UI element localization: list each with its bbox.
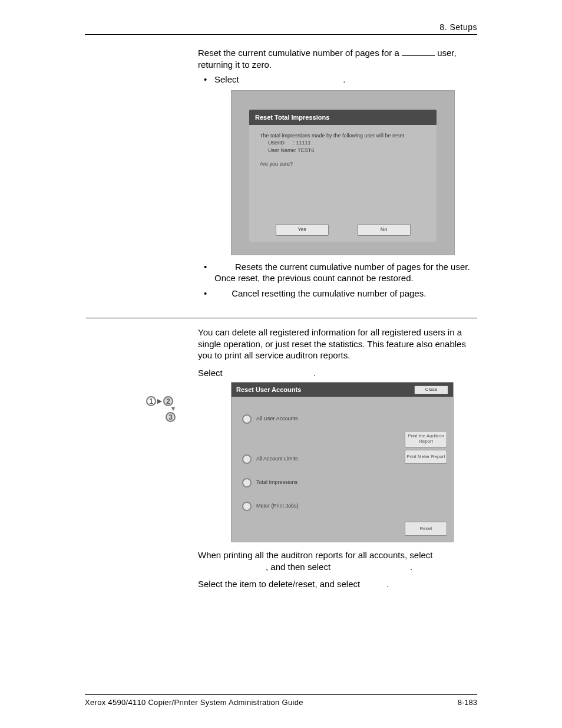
yes-button[interactable]: Yes	[276, 224, 329, 236]
section-heading-reset-user-accounts: Reset User Accounts	[85, 325, 173, 335]
label-username: User Name: TEST6	[260, 147, 426, 154]
triangle-down-icon: ▼	[146, 406, 179, 411]
option-meter-print-jobs[interactable]: Meter (Print Jobs)	[242, 502, 299, 511]
print-meter-report-button[interactable]: Print Meter Report	[405, 450, 447, 464]
dialog-title: Reset Total Impressions	[249, 110, 437, 125]
text: Reset the current cumulative number of p…	[198, 48, 402, 58]
option-label: All Account Limits	[256, 456, 298, 463]
text: , and then select	[266, 562, 333, 572]
dialog-confirm-text: Are you sure?	[260, 160, 426, 168]
text: .	[343, 74, 345, 84]
step-indicator-icon: 1▸2 ▼ 3	[146, 396, 179, 422]
option-total-impressions[interactable]: Total Impressions	[242, 478, 297, 487]
text: .	[386, 579, 389, 589]
radio-icon	[242, 502, 252, 511]
dialog-reset-user-accounts: Reset User Accounts Close All User Accou…	[231, 382, 454, 542]
no-button[interactable]: No	[358, 224, 411, 236]
text: When printing all the auditron reports f…	[198, 550, 435, 560]
footer-rule	[85, 694, 477, 695]
text: .	[313, 368, 316, 378]
print-reports-paragraph: When printing all the auditron reports f…	[198, 549, 477, 572]
option-label: Total Impressions	[256, 479, 297, 486]
text: .	[410, 562, 412, 572]
text: Resets the current cumulative number of …	[214, 262, 470, 284]
blank-field	[402, 55, 435, 56]
bold-hidden: Yes:	[214, 262, 235, 272]
dialog-title: Reset User Accounts	[236, 386, 301, 394]
footer-page-number: 8-183	[458, 698, 477, 707]
bullet-yes-explain: Yes: Resets the current cumulative numbe…	[198, 261, 477, 284]
radio-icon	[242, 478, 252, 487]
bold-hidden: Reset User Accounts	[225, 368, 313, 378]
label-userid: UserID	[268, 140, 285, 146]
option-label: All User Accounts	[256, 416, 298, 423]
bold-hidden: Print Meter Report	[333, 562, 410, 572]
text: Select	[198, 368, 225, 378]
radio-icon	[242, 414, 252, 424]
dialog-text: The total impressions made by the follow…	[260, 132, 426, 140]
text: Select the item to delete/reset, and sel…	[198, 579, 362, 589]
dialog-reset-total-impressions: Reset Total Impressions The total impres…	[231, 90, 455, 255]
header-rule	[85, 34, 477, 35]
section-divider	[86, 318, 477, 318]
bold-hidden: Reset Total Impressions	[242, 74, 343, 84]
option-label: Meter (Print Jobs)	[256, 503, 299, 510]
print-auditron-report-button[interactable]: Print the Auditron Report	[405, 431, 447, 447]
value-userid: : 11111	[286, 140, 311, 146]
text: Cancel resetting the cumulative number o…	[232, 288, 426, 298]
step-1-circle: 1	[146, 396, 156, 406]
triangle-right-icon: ▸	[157, 396, 162, 406]
reset-user-accounts-intro: You can delete all registered informatio…	[198, 327, 477, 361]
page-header-section: 8. Setups	[439, 22, 477, 32]
footer-doc-title: Xerox 4590/4110 Copier/Printer System Ad…	[85, 698, 303, 707]
option-all-account-limits[interactable]: All Account Limits	[242, 454, 298, 464]
select-item-paragraph: Select the item to delete/reset, and sel…	[198, 578, 477, 590]
step-select-line: Select Reset User Accounts.	[198, 367, 477, 379]
option-all-user-accounts[interactable]: All User Accounts	[242, 414, 298, 424]
step-3-circle: 3	[166, 412, 176, 422]
bold-hidden: No:	[214, 288, 232, 298]
bullet-select-reset-total: Select Reset Total Impressions.	[198, 74, 477, 85]
bullet-no-explain: No: Cancel resetting the cumulative numb…	[198, 288, 477, 299]
bold-hidden: Reset	[362, 579, 386, 589]
close-button[interactable]: Close	[414, 386, 448, 394]
reset-intro-paragraph: Reset the current cumulative number of p…	[198, 47, 477, 70]
radio-icon	[242, 454, 252, 464]
text: Select	[214, 74, 242, 84]
reset-button[interactable]: Reset	[405, 522, 447, 536]
